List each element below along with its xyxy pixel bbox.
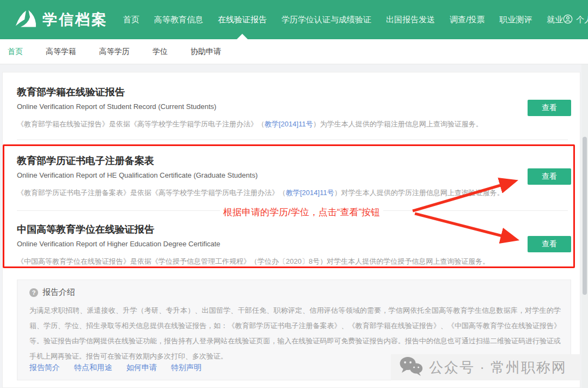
link-special-statement[interactable]: 特别声明 xyxy=(171,363,201,373)
user-menu-personal-center[interactable]: 个人中心 xyxy=(563,14,588,26)
desc-text: 《中国高等教育学位在线验证报告》是依据《学位授予信息管理工作规程》（学位办〔20… xyxy=(17,257,489,265)
nav-item-online-verification-report[interactable]: 在线验证报告 xyxy=(218,0,267,39)
view-button-degree-certificate[interactable]: 查看 xyxy=(528,236,571,252)
subnav-item-student-record[interactable]: 高等学籍 xyxy=(46,47,76,57)
view-button-student-record[interactable]: 查看 xyxy=(528,100,571,116)
desc-text: 《教育部学历证书电子注册备案表》是依据《高等学校学生学籍学历电子注册办法》（ xyxy=(17,189,286,197)
book-pages-icon xyxy=(13,8,37,31)
subnav-item-home[interactable]: 首页 xyxy=(8,47,23,57)
nav-item-survey-vote[interactable]: 调查/投票 xyxy=(450,0,485,39)
report-subtitle-student-record: Online Verification Report of Student Re… xyxy=(17,102,216,111)
wechat-icon xyxy=(399,356,424,379)
link-report-overview[interactable]: 报告简介 xyxy=(29,363,60,373)
watermark-text: 公众号 · 常州职称网 xyxy=(429,358,567,377)
report-desc-degree-certificate: 《中国高等教育学位在线验证报告》是依据《学位授予信息管理工作规程》（学位办〔20… xyxy=(17,257,489,266)
intro-header: ? 报告介绍 xyxy=(29,287,75,298)
scrollbar-thumb[interactable] xyxy=(583,137,587,295)
nav-item-employment[interactable]: 就业 xyxy=(547,0,563,39)
nav-item-certification-grade-verification[interactable]: 学历学位认证与成绩验证 xyxy=(281,0,371,39)
secondary-nav: 首页 高等学籍 高等学历 学位 协助申请 xyxy=(0,39,588,64)
section-divider xyxy=(17,140,568,140)
subnav-item-degree[interactable]: 学位 xyxy=(152,47,168,57)
annotation-click-view-hint: 根据申请的学历/学位，点击“查看”按钮 xyxy=(220,205,383,220)
view-button-qualification-certificate[interactable]: 查看 xyxy=(528,168,571,185)
person-circle-icon xyxy=(563,14,573,26)
report-desc-qualification-certificate: 《教育部学历证书电子注册备案表》是依据《高等学校学生学籍学历电子注册办法》（教学… xyxy=(17,188,504,198)
nav-item-label: 在线验证报告 xyxy=(218,15,267,25)
intro-links: 报告简介 特点和用途 如何申请 特别声明 xyxy=(29,363,201,373)
desc-text: 《教育部学籍在线验证报告》是依据《高等学校学生学籍学历电子注册办法》（ xyxy=(17,120,265,128)
scrollbar-track[interactable] xyxy=(581,64,588,388)
desc-text: ）对学生本人提供的学历注册信息网上查询验证服务。 xyxy=(334,189,504,197)
nav-item-career-assessment[interactable]: 职业测评 xyxy=(499,0,532,39)
subnav-item-qualification[interactable]: 高等学历 xyxy=(99,47,130,57)
top-header: 学信档案 首页 高等教育信息 在线验证报告 学历学位认证与成绩验证 出国报告发送… xyxy=(0,0,588,39)
report-title-student-record: 教育部学籍在线验证报告 xyxy=(17,86,125,99)
site-title: 学信档案 xyxy=(42,10,108,29)
report-title-degree-certificate: 中国高等教育学位在线验证报告 xyxy=(17,223,154,236)
reports-panel: 教育部学籍在线验证报告 Online Verification Report o… xyxy=(2,72,580,388)
link-features-uses[interactable]: 特点和用途 xyxy=(74,363,112,373)
policy-link[interactable]: 教学[2014]11号 xyxy=(265,120,313,128)
report-subtitle-degree-certificate: Online Verification Report of Higher Edu… xyxy=(17,240,220,248)
policy-link[interactable]: 教学[2014]11号 xyxy=(286,189,334,197)
subnav-item-assisted-application[interactable]: 协助申请 xyxy=(191,47,221,57)
nav-item-abroad-report-sending[interactable]: 出国报告发送 xyxy=(386,0,435,39)
nav-item-higher-education-info[interactable]: 高等教育信息 xyxy=(154,0,203,39)
primary-nav: 首页 高等教育信息 在线验证报告 学历学位认证与成绩验证 出国报告发送 调查/投… xyxy=(123,0,563,39)
watermark-badge: 公众号 · 常州职称网 xyxy=(391,354,580,380)
intro-title: 报告介绍 xyxy=(42,287,75,298)
question-circle-icon: ? xyxy=(29,288,38,297)
report-desc-student-record: 《教育部学籍在线验证报告》是依据《高等学校学生学籍学历电子注册办法》（教学[20… xyxy=(17,119,483,129)
site-logo[interactable]: 学信档案 xyxy=(13,8,108,31)
report-title-qualification-certificate: 教育部学历证书电子注册备案表 xyxy=(17,154,154,167)
desc-text: ）为学生本人提供的学籍注册信息网上查询验证服务。 xyxy=(313,120,483,128)
link-how-to-apply[interactable]: 如何申请 xyxy=(126,363,157,373)
nav-item-home[interactable]: 首页 xyxy=(123,0,139,39)
report-subtitle-qualification-certificate: Online Verification Report of HE Qualifi… xyxy=(17,171,258,179)
user-menu-label: 个人中心 xyxy=(576,15,588,25)
active-tab-indicator xyxy=(237,34,248,39)
